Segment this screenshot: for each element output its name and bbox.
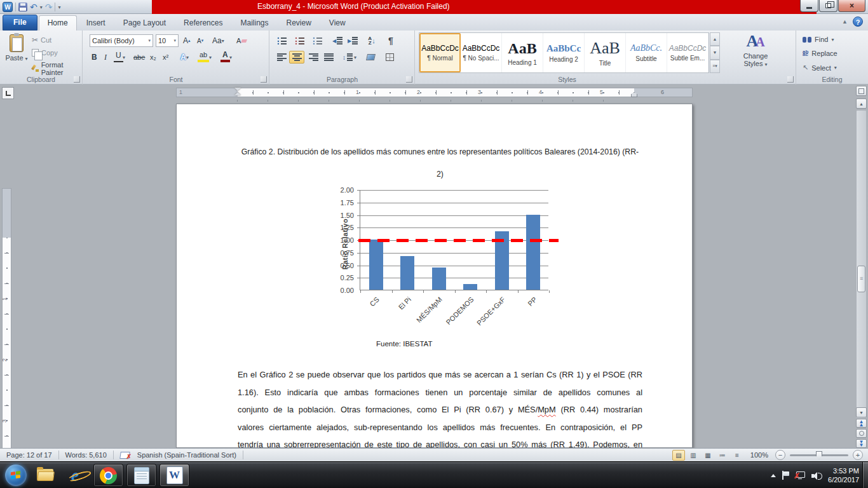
collapse-ribbon-icon[interactable]: ▲ xyxy=(842,18,848,25)
tab-mailings[interactable]: Mailings xyxy=(232,16,276,30)
tab-file[interactable]: File xyxy=(3,15,37,30)
font-color-button[interactable]: A xyxy=(220,50,230,62)
bold-button[interactable]: B xyxy=(90,51,99,64)
copy-button[interactable]: Copy xyxy=(32,49,82,57)
style-item-3[interactable]: AaBbCcHeading 2 xyxy=(543,33,585,72)
scroll-up-icon[interactable]: ▲ xyxy=(856,98,867,109)
body-paragraph[interactable]: En el Gráfico 2 se puede observar que lo… xyxy=(238,366,642,448)
page-indicator[interactable]: Page: 12 of 17 xyxy=(0,451,58,459)
document-page[interactable]: Gráfico 2. Distribución de los apellidos… xyxy=(176,104,693,448)
show-desktop-button[interactable] xyxy=(862,462,868,488)
zoom-level[interactable]: 100% xyxy=(745,451,773,459)
taskbar-internet-explorer[interactable]: e xyxy=(62,465,88,485)
restore-button[interactable] xyxy=(819,0,837,12)
font-size-select[interactable]: 10▾ xyxy=(156,34,179,47)
undo-dropdown-icon[interactable]: ▾ xyxy=(40,4,43,10)
taskbar-clock[interactable]: 3:53 PM 6/20/2017 xyxy=(828,466,859,484)
undo-icon[interactable]: ↶ xyxy=(30,3,37,11)
styles-dialog-launcher[interactable] xyxy=(787,76,794,83)
volume-button[interactable] xyxy=(811,471,822,480)
shading-button[interactable] xyxy=(363,51,378,64)
cut-button[interactable]: ✂Cut xyxy=(32,36,82,44)
view-ruler-toggle[interactable] xyxy=(856,86,867,96)
increase-indent-button[interactable]: ▶ xyxy=(345,34,360,47)
taskbar-word[interactable]: W xyxy=(159,464,189,487)
scroll-down-icon[interactable]: ▼ xyxy=(856,407,867,417)
change-case-button[interactable]: Aa▾ xyxy=(210,34,226,47)
tab-view[interactable]: View xyxy=(321,16,354,30)
word-count[interactable]: Words: 5,610 xyxy=(59,451,113,459)
action-center-button[interactable] xyxy=(782,471,790,480)
network-status-button[interactable]: ✗ xyxy=(796,471,805,479)
bullets-button[interactable] xyxy=(274,34,289,47)
align-right-button[interactable] xyxy=(306,51,321,64)
language-indicator[interactable]: Spanish (Spain-Traditional Sort) xyxy=(131,451,243,459)
zoom-out-button[interactable]: − xyxy=(775,450,785,460)
tab-references[interactable]: References xyxy=(175,16,231,30)
outline-view-button[interactable]: ≔ xyxy=(716,450,729,461)
find-button[interactable]: Find▾ xyxy=(803,36,834,43)
select-browse-object-button[interactable] xyxy=(856,429,867,438)
numbering-button[interactable] xyxy=(292,34,307,47)
close-button[interactable]: × xyxy=(838,0,865,12)
grow-font-button[interactable]: A xyxy=(181,34,193,47)
clear-formatting-button[interactable]: A xyxy=(234,34,248,47)
style-item-0[interactable]: AaBbCcDc¶ Normal xyxy=(419,33,461,72)
style-item-6[interactable]: AaBbCcDcSubtle Em... xyxy=(667,33,709,72)
superscript-button[interactable]: x² xyxy=(161,51,170,64)
scrollbar-thumb[interactable] xyxy=(857,266,865,292)
bar-chart[interactable]: Ratio Relativo 0.000.250.500.751.001.251… xyxy=(325,187,560,346)
line-spacing-button[interactable]: ↕▾ xyxy=(340,51,359,64)
styles-more-icon[interactable]: ≡▾ xyxy=(710,60,720,73)
zoom-slider-thumb[interactable] xyxy=(816,451,822,459)
highlight-color-button[interactable]: ab xyxy=(198,50,209,62)
select-button[interactable]: ↖Select▾ xyxy=(803,64,837,72)
decrease-indent-button[interactable]: ◀ xyxy=(330,34,345,47)
shrink-font-button[interactable]: A xyxy=(195,34,205,47)
zoom-in-button[interactable]: + xyxy=(853,450,863,460)
word-menu-icon[interactable]: W xyxy=(3,2,13,12)
font-dialog-launcher[interactable] xyxy=(261,76,267,83)
proofing-errors-icon[interactable]: ✗ xyxy=(120,451,130,459)
show-hide-paragraph-button[interactable]: ¶ xyxy=(383,34,398,47)
underline-button[interactable]: U xyxy=(114,50,123,62)
align-center-button[interactable] xyxy=(289,51,304,64)
tab-insert[interactable]: Insert xyxy=(78,16,114,30)
replace-button[interactable]: abacReplace xyxy=(803,50,837,57)
format-painter-button[interactable]: Format Painter xyxy=(32,61,82,76)
print-layout-view-button[interactable]: ▤ xyxy=(672,450,685,461)
start-button[interactable] xyxy=(5,464,27,486)
zoom-slider-track[interactable] xyxy=(790,454,848,456)
sort-button[interactable]: AZ↓ xyxy=(364,34,379,47)
next-page-button[interactable]: ▼▼ xyxy=(856,439,867,448)
change-styles-button[interactable]: AA ChangeStyles ▾ xyxy=(733,33,778,67)
tab-home[interactable]: Home xyxy=(39,15,77,30)
strikethrough-button[interactable]: abe xyxy=(132,51,147,64)
customize-quick-access-icon[interactable]: ▾ xyxy=(58,4,60,10)
italic-button[interactable]: I xyxy=(102,51,109,64)
minimize-button[interactable] xyxy=(800,0,818,12)
style-item-4[interactable]: AaBTitle xyxy=(585,33,626,72)
scrollbar-track[interactable] xyxy=(856,110,867,419)
styles-scroll-down-icon[interactable]: ▼ xyxy=(710,46,720,59)
tab-review[interactable]: Review xyxy=(278,16,319,30)
font-name-select[interactable]: Calibri (Body)▾ xyxy=(90,34,153,47)
borders-button[interactable] xyxy=(382,51,397,64)
taskbar-notepad[interactable] xyxy=(126,464,156,487)
previous-page-button[interactable]: ▲▲ xyxy=(856,419,867,428)
justify-button[interactable] xyxy=(321,51,336,64)
help-icon[interactable]: ? xyxy=(853,17,863,27)
clipboard-dialog-launcher[interactable] xyxy=(74,76,80,83)
full-screen-reading-view-button[interactable]: ▥ xyxy=(687,450,700,461)
save-icon[interactable] xyxy=(18,3,27,11)
show-hidden-icons-button[interactable] xyxy=(771,474,776,477)
style-item-2[interactable]: AaBHeading 1 xyxy=(502,33,543,72)
taskbar-chrome[interactable] xyxy=(93,464,123,487)
subscript-button[interactable]: x₂ xyxy=(148,51,158,64)
paste-button[interactable]: Paste ▾ xyxy=(4,33,29,75)
draft-view-button[interactable]: ≡ xyxy=(731,450,743,461)
style-item-5[interactable]: AaBbCc.Subtitle xyxy=(626,33,667,72)
styles-scroll-up-icon[interactable]: ▲ xyxy=(710,32,720,46)
align-left-button[interactable] xyxy=(274,51,289,64)
redo-icon[interactable]: ↷ xyxy=(45,3,53,11)
